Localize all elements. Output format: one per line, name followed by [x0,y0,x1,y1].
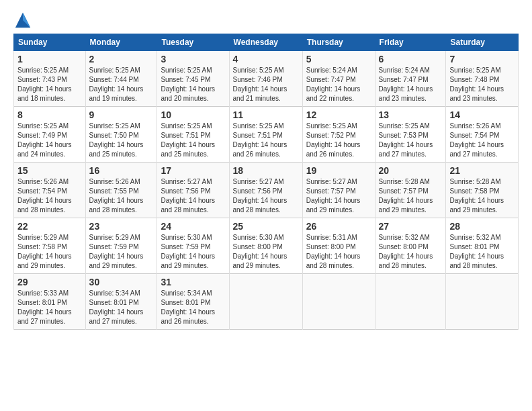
day-info: Sunrise: 5:25 AMSunset: 7:46 PMDaylight:… [233,66,299,103]
day-cell: 30Sunrise: 5:34 AMSunset: 8:01 PMDayligh… [85,274,157,330]
day-cell: 13Sunrise: 5:25 AMSunset: 7:53 PMDayligh… [375,107,446,163]
day-cell: 29Sunrise: 5:33 AMSunset: 8:01 PMDayligh… [14,274,86,330]
day-info: Sunrise: 5:24 AMSunset: 7:47 PMDaylight:… [379,66,443,103]
day-number: 6 [379,54,443,64]
day-cell: 18Sunrise: 5:27 AMSunset: 7:56 PMDayligh… [229,163,302,218]
weekday-header-friday: Friday [375,34,446,51]
day-number: 27 [379,221,443,232]
day-cell: 5Sunrise: 5:24 AMSunset: 7:47 PMDaylight… [302,51,375,107]
day-number: 20 [379,165,443,176]
day-info: Sunrise: 5:34 AMSunset: 8:01 PMDaylight:… [161,289,225,326]
week-row-1: 1Sunrise: 5:25 AMSunset: 7:43 PMDaylight… [14,51,519,107]
day-cell: 9Sunrise: 5:25 AMSunset: 7:50 PMDaylight… [85,107,157,163]
day-info: Sunrise: 5:31 AMSunset: 8:00 PMDaylight:… [306,233,371,271]
day-cell: 26Sunrise: 5:31 AMSunset: 8:00 PMDayligh… [302,218,375,274]
day-info: Sunrise: 5:25 AMSunset: 7:43 PMDaylight:… [17,66,82,103]
day-number: 18 [233,165,299,176]
day-number: 25 [233,221,299,232]
day-info: Sunrise: 5:34 AMSunset: 8:01 PMDaylight:… [89,289,154,326]
day-cell: 16Sunrise: 5:26 AMSunset: 7:55 PMDayligh… [85,163,157,218]
day-number: 28 [449,221,515,232]
weekday-header-saturday: Saturday [446,34,519,51]
day-cell: 22Sunrise: 5:29 AMSunset: 7:58 PMDayligh… [14,218,86,274]
day-cell: 27Sunrise: 5:32 AMSunset: 8:00 PMDayligh… [375,218,446,274]
day-info: Sunrise: 5:33 AMSunset: 8:01 PMDaylight:… [17,289,82,326]
day-cell: 15Sunrise: 5:26 AMSunset: 7:54 PMDayligh… [14,163,86,218]
day-info: Sunrise: 5:25 AMSunset: 7:50 PMDaylight:… [89,122,154,159]
day-info: Sunrise: 5:25 AMSunset: 7:49 PMDaylight:… [17,122,82,159]
day-number: 4 [233,54,299,64]
day-cell: 31Sunrise: 5:34 AMSunset: 8:01 PMDayligh… [157,274,229,330]
day-number: 12 [306,109,371,120]
day-info: Sunrise: 5:26 AMSunset: 7:55 PMDaylight:… [89,177,154,215]
day-number: 14 [449,109,515,120]
day-number: 7 [449,54,515,64]
day-cell: 3Sunrise: 5:25 AMSunset: 7:45 PMDaylight… [157,51,229,107]
day-number: 8 [17,109,82,120]
day-info: Sunrise: 5:30 AMSunset: 7:59 PMDaylight:… [161,233,225,271]
day-cell [375,274,446,330]
week-row-5: 29Sunrise: 5:33 AMSunset: 8:01 PMDayligh… [14,274,519,330]
day-number: 10 [161,109,225,120]
day-info: Sunrise: 5:28 AMSunset: 7:58 PMDaylight:… [449,177,515,215]
day-number: 3 [161,54,225,64]
day-number: 5 [306,54,371,64]
day-info: Sunrise: 5:25 AMSunset: 7:51 PMDaylight:… [233,122,299,159]
day-number: 1 [17,54,82,64]
day-number: 31 [161,277,225,287]
header [13,11,519,30]
day-number: 19 [306,165,371,176]
day-info: Sunrise: 5:26 AMSunset: 7:54 PMDaylight:… [17,177,82,215]
day-cell [446,274,519,330]
logo [13,11,35,30]
day-number: 2 [89,54,154,64]
weekday-header-wednesday: Wednesday [229,34,302,51]
calendar-table: SundayMondayTuesdayWednesdayThursdayFrid… [13,34,519,330]
day-number: 22 [17,221,82,232]
weekday-header-monday: Monday [85,34,157,51]
day-cell: 2Sunrise: 5:25 AMSunset: 7:44 PMDaylight… [85,51,157,107]
day-cell: 25Sunrise: 5:30 AMSunset: 8:00 PMDayligh… [229,218,302,274]
day-cell [302,274,375,330]
day-number: 26 [306,221,371,232]
day-cell: 19Sunrise: 5:27 AMSunset: 7:57 PMDayligh… [302,163,375,218]
weekday-header-sunday: Sunday [14,34,86,51]
day-info: Sunrise: 5:27 AMSunset: 7:56 PMDaylight:… [161,177,225,215]
day-cell: 8Sunrise: 5:25 AMSunset: 7:49 PMDaylight… [14,107,86,163]
day-info: Sunrise: 5:28 AMSunset: 7:57 PMDaylight:… [379,177,443,215]
day-cell: 28Sunrise: 5:32 AMSunset: 8:01 PMDayligh… [446,218,519,274]
calendar-page: SundayMondayTuesdayWednesdayThursdayFrid… [0,0,532,411]
day-info: Sunrise: 5:25 AMSunset: 7:52 PMDaylight:… [306,122,371,159]
day-number: 9 [89,109,154,120]
day-number: 29 [17,277,82,287]
day-cell: 10Sunrise: 5:25 AMSunset: 7:51 PMDayligh… [157,107,229,163]
day-cell: 4Sunrise: 5:25 AMSunset: 7:46 PMDaylight… [229,51,302,107]
week-row-2: 8Sunrise: 5:25 AMSunset: 7:49 PMDaylight… [14,107,519,163]
day-number: 16 [89,165,154,176]
day-info: Sunrise: 5:32 AMSunset: 8:00 PMDaylight:… [379,233,443,271]
day-number: 24 [161,221,225,232]
day-info: Sunrise: 5:30 AMSunset: 8:00 PMDaylight:… [233,233,299,271]
weekday-header-thursday: Thursday [302,34,375,51]
day-info: Sunrise: 5:25 AMSunset: 7:44 PMDaylight:… [89,66,154,103]
day-number: 13 [379,109,443,120]
day-cell [229,274,302,330]
day-cell: 17Sunrise: 5:27 AMSunset: 7:56 PMDayligh… [157,163,229,218]
day-info: Sunrise: 5:25 AMSunset: 7:51 PMDaylight:… [161,122,225,159]
day-cell: 23Sunrise: 5:29 AMSunset: 7:59 PMDayligh… [85,218,157,274]
day-cell: 7Sunrise: 5:25 AMSunset: 7:48 PMDaylight… [446,51,519,107]
day-info: Sunrise: 5:24 AMSunset: 7:47 PMDaylight:… [306,66,371,103]
day-number: 11 [233,109,299,120]
day-info: Sunrise: 5:26 AMSunset: 7:54 PMDaylight:… [449,122,515,159]
day-info: Sunrise: 5:25 AMSunset: 7:48 PMDaylight:… [449,66,515,103]
day-info: Sunrise: 5:27 AMSunset: 7:57 PMDaylight:… [306,177,371,215]
day-number: 17 [161,165,225,176]
day-number: 15 [17,165,82,176]
day-info: Sunrise: 5:29 AMSunset: 7:59 PMDaylight:… [89,233,154,271]
week-row-4: 22Sunrise: 5:29 AMSunset: 7:58 PMDayligh… [14,218,519,274]
day-cell: 21Sunrise: 5:28 AMSunset: 7:58 PMDayligh… [446,163,519,218]
day-info: Sunrise: 5:25 AMSunset: 7:53 PMDaylight:… [379,122,443,159]
day-cell: 1Sunrise: 5:25 AMSunset: 7:43 PMDaylight… [14,51,86,107]
day-info: Sunrise: 5:27 AMSunset: 7:56 PMDaylight:… [233,177,299,215]
day-cell: 14Sunrise: 5:26 AMSunset: 7:54 PMDayligh… [446,107,519,163]
